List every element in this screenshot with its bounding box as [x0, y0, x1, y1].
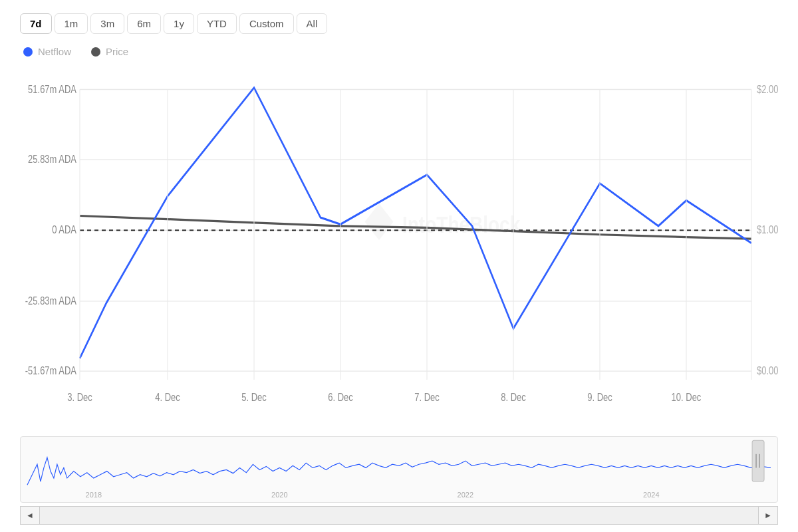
- svg-text:5. Dec: 5. Dec: [241, 390, 267, 403]
- legend-netflow: Netflow: [23, 46, 71, 57]
- svg-text:IntoTheBlock: IntoTheBlock: [402, 211, 520, 238]
- svg-text:10. Dec: 10. Dec: [672, 390, 702, 403]
- svg-text:0 ADA: 0 ADA: [52, 223, 76, 236]
- svg-text:7. Dec: 7. Dec: [414, 390, 440, 403]
- mini-chart-svg: 2018 2020 2022 2024: [21, 437, 777, 502]
- legend-price: Price: [91, 46, 128, 57]
- svg-text:9. Dec: 9. Dec: [587, 390, 612, 403]
- time-range-bar: 7d1m3m6m1yYTDCustomAll: [20, 13, 778, 34]
- main-container: 7d1m3m6m1yYTDCustomAll Netflow Price: [0, 0, 798, 532]
- time-btn-ytd[interactable]: YTD: [197, 13, 237, 34]
- main-chart-svg: 51.67m ADA 25.83m ADA 0 ADA -25.83m ADA …: [20, 64, 778, 431]
- time-btn-1y[interactable]: 1y: [164, 13, 194, 34]
- scroll-track[interactable]: [40, 506, 758, 525]
- scrollbar-row: ◄ ►: [20, 505, 778, 525]
- svg-text:51.67m ADA: 51.67m ADA: [28, 82, 76, 95]
- svg-text:25.83m ADA: 25.83m ADA: [28, 152, 76, 165]
- svg-text:-51.67m ADA: -51.67m ADA: [25, 364, 76, 377]
- svg-text:$1.00: $1.00: [757, 223, 778, 236]
- svg-text:2018: 2018: [86, 491, 102, 499]
- time-btn-3m[interactable]: 3m: [90, 13, 124, 34]
- svg-text:$2.00: $2.00: [757, 82, 778, 95]
- svg-text:4. Dec: 4. Dec: [155, 390, 180, 403]
- svg-text:2024: 2024: [643, 491, 659, 499]
- time-btn-6m[interactable]: 6m: [127, 13, 161, 34]
- scroll-left-button[interactable]: ◄: [20, 506, 40, 525]
- time-btn-all[interactable]: All: [297, 13, 328, 34]
- svg-text:$0.00: $0.00: [757, 364, 778, 377]
- chart-legend: Netflow Price: [20, 46, 778, 57]
- svg-marker-14: [366, 205, 392, 239]
- price-label: Price: [106, 46, 128, 57]
- svg-text:2020: 2020: [271, 491, 287, 499]
- svg-text:3. Dec: 3. Dec: [67, 390, 92, 403]
- chart-wrapper: 51.67m ADA 25.83m ADA 0 ADA -25.83m ADA …: [20, 64, 778, 525]
- svg-text:8. Dec: 8. Dec: [501, 390, 526, 403]
- netflow-label: Netflow: [38, 46, 71, 57]
- svg-text:2022: 2022: [458, 491, 473, 499]
- price-dot: [91, 47, 100, 57]
- netflow-dot: [23, 47, 33, 57]
- time-btn-custom[interactable]: Custom: [239, 13, 294, 34]
- svg-text:6. Dec: 6. Dec: [328, 390, 353, 403]
- mini-chart[interactable]: 2018 2020 2022 2024: [20, 436, 778, 503]
- svg-text:-25.83m ADA: -25.83m ADA: [25, 294, 76, 307]
- svg-rect-38: [752, 440, 764, 481]
- scroll-right-button[interactable]: ►: [758, 506, 778, 525]
- main-chart-area: 51.67m ADA 25.83m ADA 0 ADA -25.83m ADA …: [20, 64, 778, 431]
- time-btn-1m[interactable]: 1m: [55, 13, 88, 34]
- time-btn-7d[interactable]: 7d: [20, 13, 52, 34]
